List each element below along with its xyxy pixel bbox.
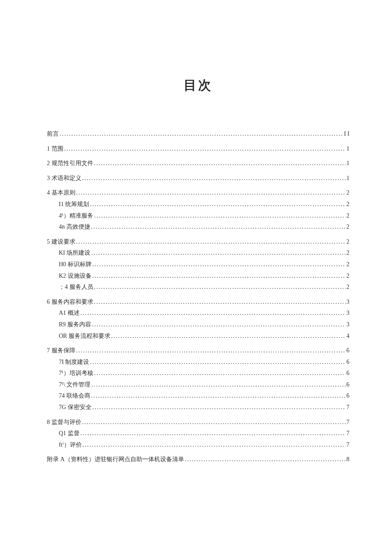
toc-leader-dots — [64, 143, 346, 155]
toc-entry-label: 3 术语和定义 — [47, 173, 81, 184]
toc-entry-page: 7 — [346, 439, 349, 451]
toc-entry-label: 4 基本原则 — [47, 187, 75, 199]
toc-entry: ftⁱ）评价7 — [47, 439, 349, 451]
toc-entry-page: 1 — [346, 143, 349, 155]
toc-entry-page: 1 — [346, 173, 349, 184]
toc-leader-dots — [60, 128, 343, 140]
toc-leader-dots — [81, 428, 346, 439]
toc-entry: 5 建设要求2 — [47, 236, 349, 248]
toc-entry: 7 服务保障6 — [47, 345, 349, 357]
toc-entry-label: 4n 高效便捷 — [59, 221, 90, 233]
toc-entry: 7ᵗ\ 文件管理6 — [47, 379, 349, 391]
toc-entry-label: 4ᵗ）精准服务 — [59, 210, 93, 222]
toc-leader-dots — [92, 270, 346, 282]
toc-entry-page: 7 — [346, 402, 349, 413]
toc-entry: ；4 服务人员2 — [47, 282, 349, 293]
toc-leader-dots — [81, 308, 346, 319]
toc-entry-label: 附录 A（资料性）进驻银行网点自助一体机设备清单 — [47, 454, 184, 465]
toc-entry: 8 监督与评价7 — [47, 417, 349, 428]
toc-leader-dots — [91, 221, 346, 233]
toc-leader-dots — [94, 296, 346, 308]
toc-entry-page: 6 — [346, 368, 349, 379]
toc-leader-dots — [90, 199, 346, 210]
toc-entry-label: 5 建设要求 — [47, 236, 75, 248]
toc-entry-label: K2 设施设备 — [59, 270, 92, 282]
toc-leader-dots — [91, 247, 346, 259]
toc-entry-page: 2 — [346, 221, 349, 233]
toc-entry-page: 2 — [346, 270, 349, 282]
toc-leader-dots — [91, 379, 346, 391]
toc-leader-dots — [94, 210, 346, 222]
toc-entry-page: 2 — [346, 199, 349, 210]
toc-entry-page: 3 — [346, 308, 349, 319]
toc-entry: KI 场所建设2 — [47, 247, 349, 259]
toc-entry-label: KI 场所建设 — [59, 247, 90, 259]
toc-entry-page: 2 — [346, 282, 349, 293]
toc-leader-dots — [92, 259, 346, 270]
toc-entry: A1 概述3 — [47, 308, 349, 319]
toc-entry: 4n 高效便捷2 — [47, 221, 349, 233]
toc-entry: 4 基本原则2 — [47, 187, 349, 199]
toc-entry-label: 7G 保密安全 — [59, 402, 92, 413]
toc-entry: Q1 监督7 — [47, 428, 349, 439]
toc-leader-dots — [94, 158, 346, 169]
toc-entry: H0 标识标牌2 — [47, 259, 349, 270]
toc-entry-label: 2 规范性引用文件 — [47, 158, 93, 169]
toc-entry-label: I1 统筹规划 — [59, 199, 89, 210]
toc-entry-page: 3 — [346, 296, 349, 308]
toc-leader-dots — [91, 390, 346, 402]
toc-list: 前言I I1 范围12 规范性引用文件13 术语和定义14 基本原则2I1 统筹… — [47, 128, 349, 465]
toc-entry-page: 2 — [346, 247, 349, 259]
toc-leader-dots — [83, 439, 346, 451]
toc-title: 目次 — [47, 77, 349, 94]
toc-entry: 1 范围1 — [47, 143, 349, 155]
toc-entry-label: H0 标识标牌 — [59, 259, 92, 270]
toc-entry-label: 7ᵗ）培训考核 — [59, 368, 93, 379]
toc-entry: 7ᵗ）培训考核6 — [47, 368, 349, 379]
toc-leader-dots — [94, 282, 346, 293]
toc-entry-page: 6 — [346, 357, 349, 368]
toc-entry-page: 1 — [346, 158, 349, 169]
toc-leader-dots — [92, 319, 346, 331]
toc-leader-dots — [185, 454, 346, 465]
toc-entry-label: 6 服务内容和要求 — [47, 296, 93, 308]
toc-entry: I1 统筹规划2 — [47, 199, 349, 210]
toc-entry-label: 7 服务保障 — [47, 345, 75, 357]
toc-entry-label: ；4 服务人员 — [59, 282, 93, 293]
toc-entry-page: 4 — [346, 331, 349, 342]
toc-entry-label: ftⁱ）评价 — [59, 439, 82, 451]
toc-entry-label: 前言 — [47, 128, 59, 140]
toc-entry: 7G 保密安全7 — [47, 402, 349, 413]
toc-entry-page: 3 — [346, 319, 349, 331]
toc-entry-label: OR 服务流程和要求 — [59, 331, 110, 342]
toc-entry: OR 服务流程和要求4 — [47, 331, 349, 342]
toc-leader-dots — [111, 331, 346, 342]
toc-entry: R9 服务内容3 — [47, 319, 349, 331]
toc-entry: K2 设施设备2 — [47, 270, 349, 282]
toc-entry-page: 6 — [346, 390, 349, 402]
toc-entry: 4ᵗ）精准服务2 — [47, 210, 349, 222]
toc-entry-page: 2 — [346, 187, 349, 199]
toc-entry-page: 7 — [346, 428, 349, 439]
toc-entry: 3 术语和定义1 — [47, 173, 349, 184]
toc-leader-dots — [82, 417, 346, 428]
toc-entry-label: 74 联络会商 — [59, 390, 90, 402]
toc-entry-label: A1 概述 — [59, 308, 80, 319]
toc-entry: 前言I I — [47, 128, 349, 140]
toc-entry-page: 2 — [346, 236, 349, 248]
toc-entry-page: 8 — [346, 454, 349, 465]
toc-entry-label: R9 服务内容 — [59, 319, 91, 331]
toc-entry-page: 6 — [346, 379, 349, 391]
toc-entry-page: 6 — [346, 345, 349, 357]
toc-entry-page: 2 — [346, 259, 349, 270]
toc-leader-dots — [92, 402, 346, 413]
toc-entry: 2 规范性引用文件1 — [47, 158, 349, 169]
toc-entry-page: I I — [344, 128, 349, 140]
toc-entry: 6 服务内容和要求3 — [47, 296, 349, 308]
toc-entry-label: 7ᵗ\ 文件管理 — [59, 379, 90, 391]
toc-leader-dots — [76, 345, 346, 357]
toc-entry-label: 8 监督与评价 — [47, 417, 81, 428]
toc-entry: 7I 制度建设6 — [47, 357, 349, 368]
toc-entry-label: 1 范围 — [47, 143, 63, 155]
toc-leader-dots — [90, 357, 346, 368]
